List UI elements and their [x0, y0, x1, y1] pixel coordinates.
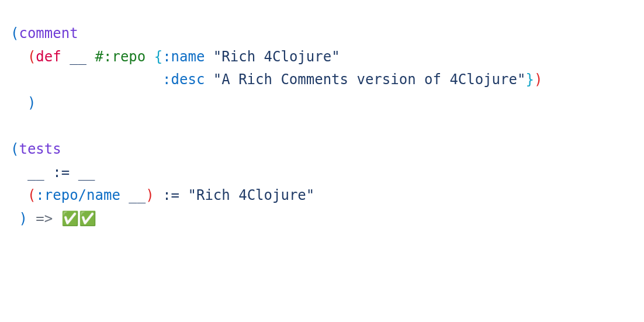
paren-close: ) — [27, 95, 36, 111]
paren-close: ) — [146, 187, 154, 203]
keyword-desc: :desc — [162, 71, 205, 88]
assert-op: := — [53, 164, 70, 181]
string-name: "Rich 4Clojure" — [213, 49, 340, 65]
blank-placeholder: __ — [70, 49, 86, 65]
code-block: (comment (def __ #:repo {:name "Rich 4Cl… — [0, 0, 644, 252]
keyword-repo-name: :repo/name — [36, 187, 120, 203]
string-desc: "A Rich Comments version of 4Clojure" — [213, 71, 526, 88]
paren-close: ) — [19, 210, 27, 227]
checkmark-icon: ✅✅ — [61, 210, 96, 227]
string-expected: "Rich 4Clojure" — [188, 187, 314, 203]
keyword-name: :name — [162, 49, 205, 65]
hash: # — [95, 49, 103, 65]
paren-open: ( — [11, 25, 19, 41]
assert-op: := — [162, 187, 179, 203]
blank-placeholder: __ — [78, 164, 95, 181]
keyword-def: def — [36, 49, 61, 65]
namespace-repo: :repo — [103, 49, 146, 65]
paren-open: ( — [27, 187, 36, 203]
brace-open: { — [154, 49, 162, 65]
result-arrow: => — [36, 210, 53, 227]
symbol-tests: tests — [19, 141, 61, 157]
blank-placeholder: __ — [27, 164, 44, 181]
paren-open: ( — [27, 49, 36, 65]
brace-close: } — [525, 71, 534, 88]
paren-open: ( — [11, 141, 19, 157]
blank-placeholder: __ — [129, 187, 146, 203]
paren-close: ) — [534, 71, 542, 88]
symbol-comment: comment — [19, 25, 78, 41]
